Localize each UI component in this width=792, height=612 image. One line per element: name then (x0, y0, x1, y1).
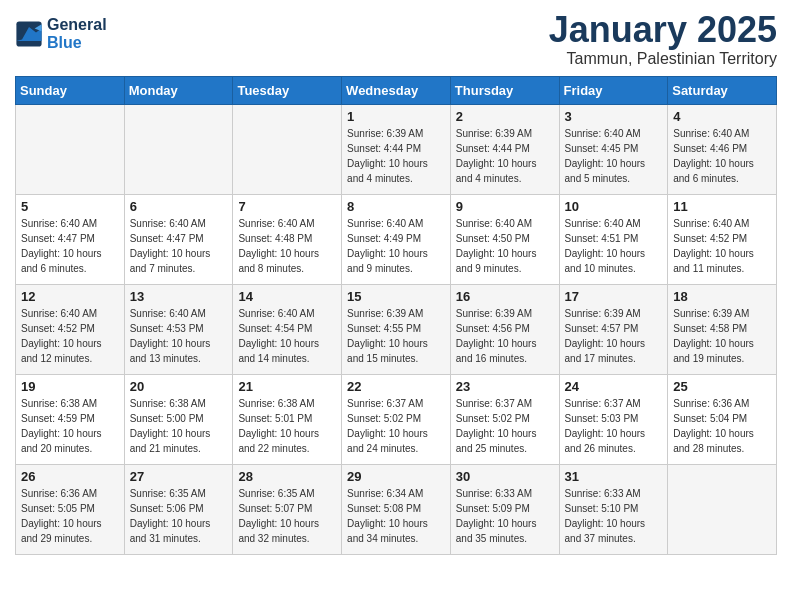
day-info: Sunrise: 6:40 AMSunset: 4:53 PMDaylight:… (130, 306, 228, 366)
header-day-tuesday: Tuesday (233, 76, 342, 104)
logo-blue: Blue (47, 34, 107, 52)
day-info: Sunrise: 6:40 AMSunset: 4:45 PMDaylight:… (565, 126, 663, 186)
day-number: 29 (347, 469, 445, 484)
day-info: Sunrise: 6:40 AMSunset: 4:52 PMDaylight:… (21, 306, 119, 366)
calendar-cell: 19Sunrise: 6:38 AMSunset: 4:59 PMDayligh… (16, 374, 125, 464)
day-number: 1 (347, 109, 445, 124)
calendar-cell: 2Sunrise: 6:39 AMSunset: 4:44 PMDaylight… (450, 104, 559, 194)
day-number: 12 (21, 289, 119, 304)
day-number: 5 (21, 199, 119, 214)
header-day-monday: Monday (124, 76, 233, 104)
day-info: Sunrise: 6:37 AMSunset: 5:02 PMDaylight:… (347, 396, 445, 456)
calendar-cell: 25Sunrise: 6:36 AMSunset: 5:04 PMDayligh… (668, 374, 777, 464)
calendar-table: SundayMondayTuesdayWednesdayThursdayFrid… (15, 76, 777, 555)
day-number: 3 (565, 109, 663, 124)
day-info: Sunrise: 6:40 AMSunset: 4:46 PMDaylight:… (673, 126, 771, 186)
calendar-cell: 11Sunrise: 6:40 AMSunset: 4:52 PMDayligh… (668, 194, 777, 284)
calendar-cell: 21Sunrise: 6:38 AMSunset: 5:01 PMDayligh… (233, 374, 342, 464)
day-number: 14 (238, 289, 336, 304)
day-info: Sunrise: 6:40 AMSunset: 4:54 PMDaylight:… (238, 306, 336, 366)
day-info: Sunrise: 6:40 AMSunset: 4:52 PMDaylight:… (673, 216, 771, 276)
calendar-cell: 10Sunrise: 6:40 AMSunset: 4:51 PMDayligh… (559, 194, 668, 284)
day-number: 2 (456, 109, 554, 124)
day-info: Sunrise: 6:38 AMSunset: 4:59 PMDaylight:… (21, 396, 119, 456)
calendar-cell: 15Sunrise: 6:39 AMSunset: 4:55 PMDayligh… (342, 284, 451, 374)
day-number: 28 (238, 469, 336, 484)
calendar-title: January 2025 (549, 10, 777, 50)
calendar-cell: 14Sunrise: 6:40 AMSunset: 4:54 PMDayligh… (233, 284, 342, 374)
calendar-cell: 7Sunrise: 6:40 AMSunset: 4:48 PMDaylight… (233, 194, 342, 284)
day-info: Sunrise: 6:39 AMSunset: 4:56 PMDaylight:… (456, 306, 554, 366)
calendar-cell: 6Sunrise: 6:40 AMSunset: 4:47 PMDaylight… (124, 194, 233, 284)
day-number: 16 (456, 289, 554, 304)
calendar-cell: 20Sunrise: 6:38 AMSunset: 5:00 PMDayligh… (124, 374, 233, 464)
calendar-cell: 24Sunrise: 6:37 AMSunset: 5:03 PMDayligh… (559, 374, 668, 464)
week-row-5: 26Sunrise: 6:36 AMSunset: 5:05 PMDayligh… (16, 464, 777, 554)
calendar-cell: 4Sunrise: 6:40 AMSunset: 4:46 PMDaylight… (668, 104, 777, 194)
day-number: 26 (21, 469, 119, 484)
week-row-4: 19Sunrise: 6:38 AMSunset: 4:59 PMDayligh… (16, 374, 777, 464)
day-info: Sunrise: 6:39 AMSunset: 4:58 PMDaylight:… (673, 306, 771, 366)
day-number: 25 (673, 379, 771, 394)
week-row-1: 1Sunrise: 6:39 AMSunset: 4:44 PMDaylight… (16, 104, 777, 194)
title-area: January 2025 Tammun, Palestinian Territo… (549, 10, 777, 68)
day-info: Sunrise: 6:36 AMSunset: 5:05 PMDaylight:… (21, 486, 119, 546)
day-number: 15 (347, 289, 445, 304)
header-day-saturday: Saturday (668, 76, 777, 104)
calendar-cell: 13Sunrise: 6:40 AMSunset: 4:53 PMDayligh… (124, 284, 233, 374)
calendar-body: 1Sunrise: 6:39 AMSunset: 4:44 PMDaylight… (16, 104, 777, 554)
calendar-cell: 26Sunrise: 6:36 AMSunset: 5:05 PMDayligh… (16, 464, 125, 554)
day-info: Sunrise: 6:40 AMSunset: 4:50 PMDaylight:… (456, 216, 554, 276)
header-day-sunday: Sunday (16, 76, 125, 104)
day-info: Sunrise: 6:38 AMSunset: 5:00 PMDaylight:… (130, 396, 228, 456)
week-row-2: 5Sunrise: 6:40 AMSunset: 4:47 PMDaylight… (16, 194, 777, 284)
calendar-cell: 9Sunrise: 6:40 AMSunset: 4:50 PMDaylight… (450, 194, 559, 284)
calendar-cell: 27Sunrise: 6:35 AMSunset: 5:06 PMDayligh… (124, 464, 233, 554)
day-number: 31 (565, 469, 663, 484)
day-info: Sunrise: 6:33 AMSunset: 5:09 PMDaylight:… (456, 486, 554, 546)
calendar-cell: 1Sunrise: 6:39 AMSunset: 4:44 PMDaylight… (342, 104, 451, 194)
calendar-cell: 22Sunrise: 6:37 AMSunset: 5:02 PMDayligh… (342, 374, 451, 464)
day-info: Sunrise: 6:40 AMSunset: 4:47 PMDaylight:… (130, 216, 228, 276)
calendar-cell (668, 464, 777, 554)
calendar-cell: 31Sunrise: 6:33 AMSunset: 5:10 PMDayligh… (559, 464, 668, 554)
day-number: 4 (673, 109, 771, 124)
header-day-thursday: Thursday (450, 76, 559, 104)
calendar-cell: 17Sunrise: 6:39 AMSunset: 4:57 PMDayligh… (559, 284, 668, 374)
calendar-cell: 3Sunrise: 6:40 AMSunset: 4:45 PMDaylight… (559, 104, 668, 194)
calendar-cell: 30Sunrise: 6:33 AMSunset: 5:09 PMDayligh… (450, 464, 559, 554)
calendar-cell: 29Sunrise: 6:34 AMSunset: 5:08 PMDayligh… (342, 464, 451, 554)
day-info: Sunrise: 6:34 AMSunset: 5:08 PMDaylight:… (347, 486, 445, 546)
calendar-cell (233, 104, 342, 194)
day-info: Sunrise: 6:35 AMSunset: 5:06 PMDaylight:… (130, 486, 228, 546)
logo-general: General (47, 16, 107, 34)
day-info: Sunrise: 6:40 AMSunset: 4:49 PMDaylight:… (347, 216, 445, 276)
header-day-friday: Friday (559, 76, 668, 104)
day-number: 9 (456, 199, 554, 214)
day-number: 6 (130, 199, 228, 214)
week-row-3: 12Sunrise: 6:40 AMSunset: 4:52 PMDayligh… (16, 284, 777, 374)
calendar-subtitle: Tammun, Palestinian Territory (549, 50, 777, 68)
day-number: 20 (130, 379, 228, 394)
day-number: 8 (347, 199, 445, 214)
calendar-cell (124, 104, 233, 194)
day-info: Sunrise: 6:39 AMSunset: 4:44 PMDaylight:… (456, 126, 554, 186)
day-number: 13 (130, 289, 228, 304)
day-number: 21 (238, 379, 336, 394)
day-number: 10 (565, 199, 663, 214)
logo: General Blue (15, 16, 107, 52)
calendar-header: SundayMondayTuesdayWednesdayThursdayFrid… (16, 76, 777, 104)
day-number: 22 (347, 379, 445, 394)
header: General Blue January 2025 Tammun, Palest… (15, 10, 777, 68)
day-number: 23 (456, 379, 554, 394)
calendar-cell: 28Sunrise: 6:35 AMSunset: 5:07 PMDayligh… (233, 464, 342, 554)
day-info: Sunrise: 6:40 AMSunset: 4:51 PMDaylight:… (565, 216, 663, 276)
calendar-cell: 16Sunrise: 6:39 AMSunset: 4:56 PMDayligh… (450, 284, 559, 374)
day-info: Sunrise: 6:40 AMSunset: 4:47 PMDaylight:… (21, 216, 119, 276)
day-number: 19 (21, 379, 119, 394)
calendar-cell: 5Sunrise: 6:40 AMSunset: 4:47 PMDaylight… (16, 194, 125, 284)
calendar-cell (16, 104, 125, 194)
day-info: Sunrise: 6:39 AMSunset: 4:55 PMDaylight:… (347, 306, 445, 366)
day-number: 24 (565, 379, 663, 394)
day-info: Sunrise: 6:35 AMSunset: 5:07 PMDaylight:… (238, 486, 336, 546)
